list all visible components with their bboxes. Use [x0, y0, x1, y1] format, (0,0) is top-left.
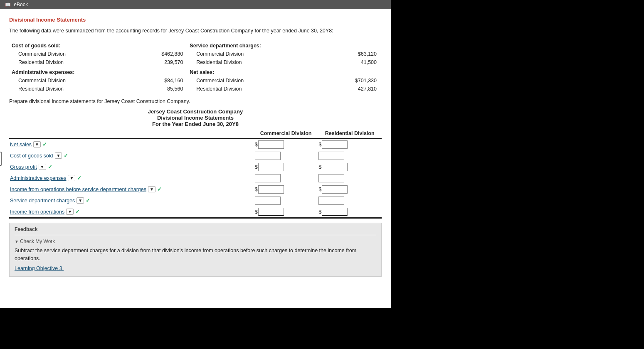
- ns-comm-amount: $701,330: [327, 77, 381, 84]
- statement-table: Commercial Division Residential Division…: [9, 130, 382, 219]
- svc-charges-comm-cell: [254, 195, 318, 206]
- income-ops-res-cell: $: [318, 206, 382, 218]
- table-row: Gross profit ▼ ✓ $ $: [9, 161, 382, 172]
- income-before-svc-dropdown[interactable]: ▼: [148, 186, 155, 192]
- cogs-res-amount: 239,570: [133, 59, 187, 66]
- statement-period: For the Year Ended June 30, 20Y8: [9, 121, 382, 127]
- cogs-comm-cell: [254, 150, 318, 161]
- income-before-svc-res-input[interactable]: [322, 185, 348, 194]
- admin-exp-header: Administrative expenses:: [10, 67, 133, 76]
- admin-exp-comm-cell: [254, 172, 318, 184]
- table-row: Administrative expenses ▼ ✓: [9, 172, 382, 184]
- check-my-work-toggle[interactable]: ▼ Check My Work: [15, 238, 376, 244]
- table-row: Net sales ▼ ✓ $ $: [9, 138, 382, 150]
- gross-profit-comm-input[interactable]: [258, 163, 284, 171]
- cogs-check: ✓: [64, 152, 68, 159]
- cogs-res-input[interactable]: [318, 152, 344, 160]
- svc-comm-amount: $63,120: [327, 50, 381, 58]
- table-row: Income from operations ▼ ✓ $ $: [9, 206, 382, 218]
- intro-text: The following data were summarized from …: [9, 28, 382, 34]
- cogs-comm-amount: $462,880: [133, 50, 187, 58]
- col-commercial-header: Commercial Division: [254, 130, 318, 138]
- service-dept-header: Service department charges:: [188, 40, 326, 49]
- admin-res-amount: 85,560: [133, 85, 187, 93]
- page-title: Divisional Income Statements: [9, 17, 382, 23]
- feedback-label: Feedback: [15, 226, 376, 232]
- income-ops-dropdown[interactable]: ▼: [66, 209, 74, 215]
- gross-profit-res-input[interactable]: [322, 163, 348, 171]
- net-sales-header: Net sales:: [188, 67, 326, 76]
- admin-res-label: Residential Division: [10, 85, 133, 93]
- cogs-comm-input[interactable]: [255, 152, 281, 160]
- ebook-icon: 📖: [5, 2, 11, 7]
- svc-res-label: Residential Division: [188, 59, 326, 66]
- net-sales-dropdown[interactable]: ▼: [33, 141, 41, 147]
- svc-charges-res-cell: [318, 195, 382, 206]
- ns-res-amount: 427,810: [327, 85, 381, 93]
- cogs-res-cell: [318, 150, 382, 161]
- income-before-svc-link[interactable]: Income from operations before service de…: [10, 187, 146, 192]
- data-table: Cost of goods sold: Service department c…: [9, 39, 382, 93]
- statement-company: Jersey Coast Construction Company: [9, 108, 382, 115]
- gross-profit-res-cell: $: [318, 161, 382, 172]
- gross-profit-link[interactable]: Gross profit: [10, 164, 37, 170]
- ns-res-label: Residential Division: [188, 85, 326, 93]
- table-row: Income from operations before service de…: [9, 184, 382, 195]
- tab-label: eBook: [14, 2, 28, 7]
- net-sales-res-input[interactable]: [322, 140, 348, 149]
- income-ops-res-input[interactable]: [322, 208, 348, 216]
- cost-of-goods-header: Cost of goods sold:: [10, 40, 133, 49]
- net-sales-link[interactable]: Net sales: [10, 142, 32, 147]
- learning-objective-link[interactable]: Learning Objective 3.: [15, 265, 64, 271]
- feedback-text: Subtract the service department charges …: [15, 247, 376, 263]
- triangle-icon: ▼: [15, 239, 19, 244]
- income-ops-comm-cell: $: [254, 206, 318, 218]
- admin-exp-res-cell: [318, 172, 382, 184]
- cogs-dropdown[interactable]: ▼: [55, 152, 62, 159]
- admin-exp-dropdown[interactable]: ▼: [68, 175, 75, 181]
- admin-comm-amount: $84,160: [133, 77, 187, 84]
- income-ops-link[interactable]: Income from operations: [10, 209, 64, 215]
- income-ops-check: ✓: [75, 209, 80, 215]
- svc-charges-check: ✓: [86, 197, 90, 204]
- net-sales-comm-cell: $: [254, 138, 318, 150]
- check-my-work-label: Check My Work: [20, 238, 55, 244]
- admin-exp-res-input[interactable]: [318, 174, 344, 182]
- statement-title: Divisional Income Statements: [9, 115, 382, 121]
- gross-profit-comm-cell: $: [254, 161, 318, 172]
- admin-comm-label: Commercial Division: [10, 77, 133, 84]
- prepare-text: Prepare divisional income statements for…: [9, 98, 382, 104]
- admin-exp-comm-input[interactable]: [255, 174, 281, 182]
- income-before-svc-comm-input[interactable]: [258, 185, 284, 194]
- svc-charges-link[interactable]: Service department charges: [10, 198, 75, 204]
- cogs-link[interactable]: Cost of goods sold: [10, 153, 53, 159]
- svc-charges-res-input[interactable]: [318, 197, 344, 205]
- statement-header: Jersey Coast Construction Company Divisi…: [9, 108, 382, 127]
- ns-comm-label: Commercial Division: [188, 77, 326, 84]
- admin-exp-check: ✓: [77, 175, 81, 181]
- ebook-tab[interactable]: 📖 eBook: [0, 0, 33, 9]
- svc-charges-comm-input[interactable]: [255, 197, 281, 205]
- feedback-section: Feedback ▼ Check My Work Subtract the se…: [9, 223, 382, 277]
- svc-comm-label: Commercial Division: [188, 50, 326, 58]
- cogs-res-label: Residential Division: [10, 59, 133, 66]
- table-row: Cost of goods sold ▼ ✓: [9, 150, 382, 161]
- table-row: Service department charges ▼ ✓: [9, 195, 382, 206]
- svc-charges-dropdown[interactable]: ▼: [76, 197, 84, 204]
- income-before-svc-res-cell: $: [318, 184, 382, 195]
- income-before-svc-comm-cell: $: [254, 184, 318, 195]
- nav-back-button[interactable]: ‹: [0, 152, 2, 166]
- net-sales-comm-input[interactable]: [258, 140, 284, 149]
- income-ops-comm-input[interactable]: [258, 208, 284, 216]
- cogs-comm-label: Commercial Division: [10, 50, 133, 58]
- income-before-svc-check: ✓: [157, 186, 162, 192]
- admin-exp-link[interactable]: Administrative expenses: [10, 175, 66, 181]
- net-sales-check: ✓: [42, 141, 47, 147]
- col-residential-header: Residential Division: [318, 130, 382, 138]
- svc-res-amount: 41,500: [327, 59, 381, 66]
- gross-profit-check: ✓: [48, 164, 52, 170]
- net-sales-res-cell: $: [318, 138, 382, 150]
- gross-profit-dropdown[interactable]: ▼: [39, 164, 46, 170]
